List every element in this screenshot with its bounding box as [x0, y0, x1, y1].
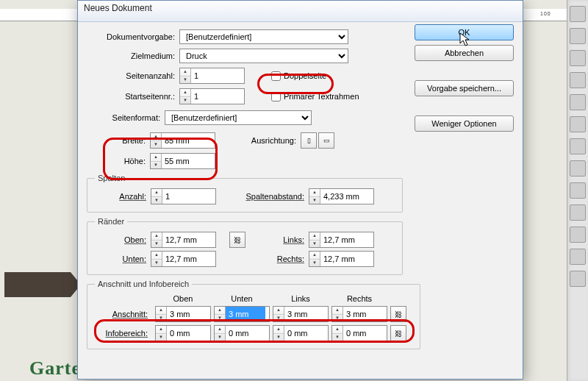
slug-label: Infobereich:	[95, 329, 152, 338]
panel-icon[interactable]	[570, 6, 586, 22]
bleed-col-top: Oben	[155, 294, 211, 303]
intent-label: Zielmedium:	[87, 51, 179, 60]
margins-group: Ränder Oben: ▲▼ ⛓ Links: ▲▼ Unten: ▲▼ Re…	[87, 217, 403, 275]
margin-right-spinner[interactable]: ▲▼	[309, 251, 374, 267]
margin-left-label: Links:	[245, 235, 309, 244]
save-preset-button[interactable]: Vorgabe speichern...	[415, 80, 514, 96]
bg-ribbon	[4, 272, 71, 297]
panel-icon[interactable]	[570, 72, 586, 88]
pages-input[interactable]	[191, 68, 244, 83]
bleed-right-spinner[interactable]: ▲▼	[331, 306, 387, 322]
panel-icon[interactable]	[570, 116, 586, 132]
column-count-label: Anzahl:	[95, 192, 151, 201]
orientation-landscape-icon[interactable]: ▭	[318, 132, 334, 149]
facing-pages-checkbox[interactable]: Doppelseite	[271, 71, 326, 81]
dialog-title: Neues Dokument	[78, 1, 523, 22]
orientation-portrait-icon[interactable]: ▯	[301, 132, 317, 149]
panel-icon[interactable]	[570, 271, 586, 287]
column-count-input[interactable]	[162, 189, 215, 204]
pages-label: Seitenanzahl:	[87, 71, 179, 80]
startpage-spinner[interactable]: ▲▼	[179, 88, 245, 104]
slug-link-icon[interactable]: ⛓	[390, 325, 406, 341]
facing-pages-label: Doppelseite	[284, 71, 326, 80]
height-label: Höhe:	[87, 157, 150, 165]
width-spinner[interactable]: ▲▼	[150, 132, 215, 149]
margins-legend: Ränder	[95, 217, 127, 226]
margin-right-label: Rechts:	[245, 254, 309, 263]
height-spinner[interactable]: ▲▼	[150, 153, 215, 169]
panel-icon[interactable]	[570, 28, 586, 44]
margins-link-icon[interactable]: ⛓	[229, 232, 245, 248]
cancel-button[interactable]: Abbrechen	[415, 45, 514, 61]
margin-top-label: Oben:	[95, 235, 151, 244]
bleed-label: Anschnitt:	[95, 310, 152, 318]
bleed-legend: Anschnitt und Infobereich	[95, 279, 192, 288]
slug-left-spinner[interactable]: ▲▼	[273, 325, 329, 341]
fewer-options-button[interactable]: Weniger Optionen	[415, 115, 514, 132]
bleed-left-spinner[interactable]: ▲▼	[273, 306, 329, 322]
height-input[interactable]	[162, 154, 215, 168]
column-count-spinner[interactable]: ▲▼	[151, 188, 216, 204]
width-label: Breite:	[87, 136, 150, 145]
startpage-label: Startseitennr.:	[87, 92, 179, 101]
gutter-label: Spaltenabstand:	[216, 192, 309, 201]
width-input[interactable]	[162, 133, 215, 148]
pagesize-combo[interactable]: [Benutzerdefiniert]	[165, 110, 312, 125]
margin-left-spinner[interactable]: ▲▼	[309, 232, 374, 248]
columns-legend: Spalten	[95, 174, 128, 182]
bleed-bottom-spinner[interactable]: ▲▼	[214, 306, 270, 322]
new-document-dialog: Neues Dokument Dokumentvorgabe: [Benutze…	[77, 0, 523, 380]
ok-button[interactable]: OK	[415, 24, 514, 40]
pagesize-label: Seitenformat:	[87, 113, 165, 122]
columns-group: Spalten Anzahl: ▲▼ Spaltenabstand: ▲▼	[87, 174, 403, 213]
pages-spinner[interactable]: ▲▼	[179, 68, 245, 84]
startpage-input[interactable]	[191, 89, 244, 104]
gutter-spinner[interactable]: ▲▼	[309, 188, 374, 204]
margin-top-spinner[interactable]: ▲▼	[151, 232, 216, 248]
panel-icon[interactable]	[570, 227, 586, 243]
app-side-panel	[567, 0, 588, 381]
panel-icon[interactable]	[570, 94, 586, 110]
preset-combo[interactable]: [Benutzerdefiniert]	[179, 29, 348, 44]
panel-icon[interactable]	[570, 182, 586, 199]
intent-combo[interactable]: Druck	[179, 49, 348, 63]
ruler-mark: 100	[540, 11, 551, 16]
bleed-group: Anschnitt und Infobereich Oben Unten Lin…	[87, 279, 420, 349]
slug-right-spinner[interactable]: ▲▼	[331, 325, 387, 341]
slug-bottom-spinner[interactable]: ▲▼	[214, 325, 270, 341]
bleed-col-left: Links	[273, 294, 329, 303]
bleed-link-icon[interactable]: ⛓	[390, 306, 406, 322]
preset-label: Dokumentvorgabe:	[87, 32, 179, 41]
bleed-top-spinner[interactable]: ▲▼	[155, 306, 211, 322]
primary-textframe-label: Primärer Textrahmen	[284, 92, 359, 101]
margin-bottom-label: Unten:	[95, 254, 151, 263]
bleed-col-right: Rechts	[331, 294, 387, 303]
panel-icon[interactable]	[570, 204, 586, 221]
bleed-col-bottom: Unten	[214, 294, 270, 303]
slug-top-spinner[interactable]: ▲▼	[155, 325, 211, 341]
primary-textframe-checkbox[interactable]: Primärer Textrahmen	[271, 92, 359, 102]
panel-icon[interactable]	[570, 249, 586, 265]
panel-icon[interactable]	[570, 160, 586, 177]
panel-icon[interactable]	[570, 50, 586, 66]
gutter-input[interactable]	[320, 189, 373, 204]
orientation-label: Ausrichtung:	[215, 136, 301, 145]
margin-bottom-spinner[interactable]: ▲▼	[151, 251, 216, 267]
panel-icon[interactable]	[570, 138, 586, 154]
